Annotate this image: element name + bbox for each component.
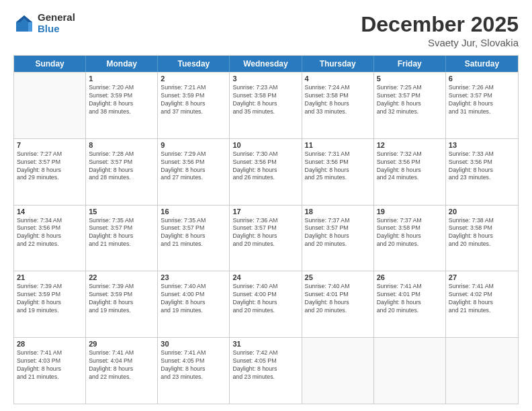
day-cell-17: 17Sunrise: 7:36 AM Sunset: 3:57 PM Dayli… <box>230 205 302 271</box>
day-info: Sunrise: 7:39 AM Sunset: 3:59 PM Dayligh… <box>17 283 83 315</box>
day-cell-14: 14Sunrise: 7:34 AM Sunset: 3:56 PM Dayli… <box>14 205 86 271</box>
day-number: 29 <box>89 340 154 348</box>
day-cell-26: 26Sunrise: 7:41 AM Sunset: 4:01 PM Dayli… <box>374 271 446 337</box>
logo-blue: Blue <box>38 24 75 35</box>
logo: General Blue <box>13 12 75 34</box>
page: General Blue December 2025 Svaety Jur, S… <box>0 0 532 411</box>
calendar-body: 1Sunrise: 7:20 AM Sunset: 3:59 PM Daylig… <box>14 72 518 404</box>
day-info: Sunrise: 7:34 AM Sunset: 3:56 PM Dayligh… <box>17 217 83 249</box>
day-info: Sunrise: 7:29 AM Sunset: 3:56 PM Dayligh… <box>161 150 226 183</box>
day-info: Sunrise: 7:24 AM Sunset: 3:58 PM Dayligh… <box>305 84 371 116</box>
day-number: 12 <box>377 141 443 149</box>
logo-icon <box>13 13 35 34</box>
calendar-row-2: 7Sunrise: 7:27 AM Sunset: 3:57 PM Daylig… <box>14 138 518 205</box>
day-cell-23: 23Sunrise: 7:40 AM Sunset: 4:00 PM Dayli… <box>158 271 230 337</box>
day-cell-1: 1Sunrise: 7:20 AM Sunset: 3:59 PM Daylig… <box>86 73 158 138</box>
day-info: Sunrise: 7:37 AM Sunset: 3:58 PM Dayligh… <box>377 217 443 249</box>
day-cell-11: 11Sunrise: 7:31 AM Sunset: 3:56 PM Dayli… <box>302 139 374 205</box>
empty-cell-4-5 <box>374 338 446 404</box>
day-number: 21 <box>17 273 83 281</box>
weekday-header-monday: Monday <box>86 56 158 72</box>
day-info: Sunrise: 7:41 AM Sunset: 4:03 PM Dayligh… <box>17 349 83 381</box>
day-cell-15: 15Sunrise: 7:35 AM Sunset: 3:57 PM Dayli… <box>86 205 158 271</box>
calendar: SundayMondayTuesdayWednesdayThursdayFrid… <box>13 55 519 404</box>
day-cell-27: 27Sunrise: 7:41 AM Sunset: 4:02 PM Dayli… <box>446 271 518 337</box>
logo-text: General Blue <box>38 12 75 34</box>
day-cell-6: 6Sunrise: 7:26 AM Sunset: 3:57 PM Daylig… <box>446 73 518 138</box>
day-info: Sunrise: 7:20 AM Sunset: 3:59 PM Dayligh… <box>89 84 154 116</box>
day-info: Sunrise: 7:26 AM Sunset: 3:57 PM Dayligh… <box>449 84 515 116</box>
day-number: 2 <box>161 75 226 83</box>
day-number: 11 <box>305 141 371 149</box>
day-cell-28: 28Sunrise: 7:41 AM Sunset: 4:03 PM Dayli… <box>14 338 86 404</box>
weekday-header-sunday: Sunday <box>14 56 86 72</box>
day-cell-18: 18Sunrise: 7:37 AM Sunset: 3:57 PM Dayli… <box>302 205 374 271</box>
day-info: Sunrise: 7:41 AM Sunset: 4:04 PM Dayligh… <box>89 349 154 381</box>
day-number: 25 <box>305 273 371 281</box>
day-cell-5: 5Sunrise: 7:25 AM Sunset: 3:57 PM Daylig… <box>374 73 446 138</box>
month-title: December 2025 <box>361 12 519 37</box>
day-cell-25: 25Sunrise: 7:40 AM Sunset: 4:01 PM Dayli… <box>302 271 374 337</box>
empty-cell-0-0 <box>14 73 86 138</box>
day-info: Sunrise: 7:37 AM Sunset: 3:57 PM Dayligh… <box>305 217 371 249</box>
day-info: Sunrise: 7:28 AM Sunset: 3:57 PM Dayligh… <box>89 150 154 183</box>
day-cell-10: 10Sunrise: 7:30 AM Sunset: 3:56 PM Dayli… <box>230 139 302 205</box>
day-info: Sunrise: 7:41 AM Sunset: 4:01 PM Dayligh… <box>377 283 443 315</box>
day-number: 6 <box>449 75 515 83</box>
day-number: 3 <box>232 75 298 83</box>
day-info: Sunrise: 7:35 AM Sunset: 3:57 PM Dayligh… <box>89 217 154 249</box>
day-number: 4 <box>305 75 371 83</box>
day-cell-2: 2Sunrise: 7:21 AM Sunset: 3:59 PM Daylig… <box>158 73 230 138</box>
day-cell-7: 7Sunrise: 7:27 AM Sunset: 3:57 PM Daylig… <box>14 139 86 205</box>
calendar-row-5: 28Sunrise: 7:41 AM Sunset: 4:03 PM Dayli… <box>14 337 518 404</box>
logo-general: General <box>38 12 75 24</box>
day-number: 14 <box>17 208 83 216</box>
day-number: 10 <box>232 141 298 149</box>
day-info: Sunrise: 7:39 AM Sunset: 3:59 PM Dayligh… <box>89 283 154 315</box>
day-number: 27 <box>449 273 515 281</box>
day-cell-8: 8Sunrise: 7:28 AM Sunset: 3:57 PM Daylig… <box>86 139 158 205</box>
day-number: 15 <box>89 208 154 216</box>
svg-rect-3 <box>16 22 28 32</box>
day-info: Sunrise: 7:41 AM Sunset: 4:02 PM Dayligh… <box>449 283 515 315</box>
location-subtitle: Svaety Jur, Slovakia <box>361 37 519 48</box>
day-info: Sunrise: 7:41 AM Sunset: 4:05 PM Dayligh… <box>161 349 226 381</box>
day-cell-12: 12Sunrise: 7:32 AM Sunset: 3:56 PM Dayli… <box>374 139 446 205</box>
svg-marker-2 <box>28 22 32 32</box>
weekday-header-friday: Friday <box>374 56 446 72</box>
day-info: Sunrise: 7:23 AM Sunset: 3:58 PM Dayligh… <box>232 84 298 116</box>
calendar-row-1: 1Sunrise: 7:20 AM Sunset: 3:59 PM Daylig… <box>14 72 518 138</box>
day-info: Sunrise: 7:31 AM Sunset: 3:56 PM Dayligh… <box>305 150 371 183</box>
day-number: 26 <box>377 273 443 281</box>
day-info: Sunrise: 7:32 AM Sunset: 3:56 PM Dayligh… <box>377 150 443 183</box>
day-info: Sunrise: 7:40 AM Sunset: 4:00 PM Dayligh… <box>232 283 298 315</box>
day-cell-30: 30Sunrise: 7:41 AM Sunset: 4:05 PM Dayli… <box>158 338 230 404</box>
calendar-row-4: 21Sunrise: 7:39 AM Sunset: 3:59 PM Dayli… <box>14 271 518 337</box>
day-info: Sunrise: 7:38 AM Sunset: 3:58 PM Dayligh… <box>449 217 515 249</box>
day-cell-21: 21Sunrise: 7:39 AM Sunset: 3:59 PM Dayli… <box>14 271 86 337</box>
day-info: Sunrise: 7:36 AM Sunset: 3:57 PM Dayligh… <box>232 217 298 249</box>
day-cell-4: 4Sunrise: 7:24 AM Sunset: 3:58 PM Daylig… <box>302 73 374 138</box>
day-cell-13: 13Sunrise: 7:33 AM Sunset: 3:56 PM Dayli… <box>446 139 518 205</box>
day-number: 19 <box>377 208 443 216</box>
calendar-row-3: 14Sunrise: 7:34 AM Sunset: 3:56 PM Dayli… <box>14 205 518 271</box>
day-number: 1 <box>89 75 154 83</box>
day-info: Sunrise: 7:40 AM Sunset: 4:00 PM Dayligh… <box>161 283 226 315</box>
day-info: Sunrise: 7:33 AM Sunset: 3:56 PM Dayligh… <box>449 150 515 183</box>
day-info: Sunrise: 7:40 AM Sunset: 4:01 PM Dayligh… <box>305 283 371 315</box>
day-number: 5 <box>377 75 443 83</box>
day-info: Sunrise: 7:25 AM Sunset: 3:57 PM Dayligh… <box>377 84 443 116</box>
day-number: 22 <box>89 273 154 281</box>
day-number: 13 <box>449 141 515 149</box>
day-number: 8 <box>89 141 154 149</box>
empty-cell-4-4 <box>302 338 374 404</box>
weekday-header-thursday: Thursday <box>302 56 374 72</box>
day-number: 9 <box>161 141 226 149</box>
day-number: 31 <box>232 340 298 348</box>
day-cell-9: 9Sunrise: 7:29 AM Sunset: 3:56 PM Daylig… <box>158 139 230 205</box>
day-cell-29: 29Sunrise: 7:41 AM Sunset: 4:04 PM Dayli… <box>86 338 158 404</box>
day-cell-20: 20Sunrise: 7:38 AM Sunset: 3:58 PM Dayli… <box>446 205 518 271</box>
title-block: December 2025 Svaety Jur, Slovakia <box>361 12 519 48</box>
day-number: 30 <box>161 340 226 348</box>
calendar-header-row: SundayMondayTuesdayWednesdayThursdayFrid… <box>14 56 518 72</box>
